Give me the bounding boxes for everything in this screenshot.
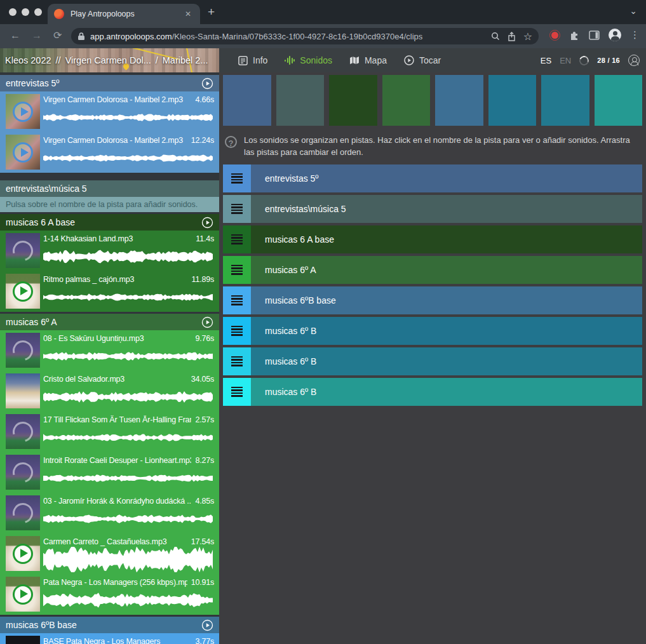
- clip-thumbnail[interactable]: [6, 333, 40, 368]
- clip-filename[interactable]: Carmen Carreto _ Castañuelas.mp3: [43, 537, 187, 546]
- track-drag-handle[interactable]: [223, 286, 251, 314]
- audio-clip[interactable]: Carmen Carreto _ Castañuelas.mp3 17.54s: [0, 533, 219, 574]
- clip-filename[interactable]: Cristo del Salvador.mp3: [43, 375, 187, 384]
- track-name-bar[interactable]: entrevistas\música 5: [251, 195, 642, 223]
- tab-info[interactable]: Info: [238, 55, 267, 65]
- profile-avatar[interactable]: [609, 29, 621, 41]
- clip-thumbnail[interactable]: [6, 135, 40, 170]
- track-row[interactable]: musicas 6º B: [223, 317, 642, 345]
- clip-thumbnail[interactable]: [6, 455, 40, 490]
- audio-clip[interactable]: Ritmo palmas _ cajón.mp3 11.89s: [0, 271, 219, 312]
- audio-clip[interactable]: Virgen Carmen Dolorosa - Maribel 2.mp3 4…: [0, 91, 219, 132]
- audio-clip[interactable]: 1-14 Khakasian Land.mp3 11.4s: [0, 231, 219, 271]
- track-color-swatch[interactable]: [329, 75, 377, 126]
- back-icon[interactable]: ←: [10, 29, 20, 42]
- clip-play-overlay-icon[interactable]: [9, 237, 37, 265]
- clip-thumbnail[interactable]: [6, 274, 40, 309]
- track-section-header[interactable]: musicas 6ºB base: [0, 617, 219, 633]
- clip-play-overlay-icon[interactable]: [13, 281, 33, 302]
- clip-thumbnail[interactable]: [6, 233, 40, 268]
- clip-filename[interactable]: Virgen Carmen Dolorosa - Maribel 2.mp3: [43, 136, 187, 145]
- extensions-puzzle-icon[interactable]: [569, 30, 580, 41]
- window-controls[interactable]: [9, 8, 42, 16]
- track-color-swatch[interactable]: [276, 75, 325, 126]
- track-row[interactable]: musicas 6ºB base: [223, 286, 642, 314]
- clip-filename[interactable]: 1-14 Khakasian Land.mp3: [43, 234, 192, 243]
- clip-waveform[interactable]: [43, 506, 214, 532]
- track-row[interactable]: musicas 6º A: [223, 256, 642, 284]
- track-name-bar[interactable]: musicas 6º B: [251, 378, 642, 406]
- audio-clip[interactable]: Cristo del Salvador.mp3 34.05s: [0, 371, 219, 412]
- address-bar[interactable]: app.antropoloops.com/Kleos-Santa-Marina/…: [71, 28, 539, 44]
- track-color-swatch[interactable]: [595, 75, 643, 126]
- track-row[interactable]: musicas 6 A base: [223, 225, 642, 253]
- track-drag-handle[interactable]: [223, 317, 251, 345]
- track-row[interactable]: musicas 6º B: [223, 347, 642, 375]
- clip-waveform[interactable]: [43, 466, 214, 491]
- forward-icon[interactable]: →: [32, 29, 42, 42]
- record-extension-icon[interactable]: [549, 30, 560, 41]
- clip-play-overlay-icon[interactable]: [9, 418, 37, 446]
- track-name-bar[interactable]: musicas 6º B: [251, 317, 642, 345]
- account-icon[interactable]: [628, 55, 640, 66]
- section-play-button[interactable]: [201, 217, 213, 229]
- clip-play-overlay-icon[interactable]: [13, 584, 33, 605]
- track-name-bar[interactable]: musicas 6º B: [251, 347, 642, 375]
- track-color-swatch[interactable]: [488, 75, 537, 126]
- new-tab-button[interactable]: +: [208, 4, 215, 20]
- clip-play-overlay-icon[interactable]: [9, 499, 37, 527]
- track-color-swatch[interactable]: [435, 75, 483, 126]
- audio-clip[interactable]: Introit Rorate Caeli Desuper - Lionheart…: [0, 452, 219, 493]
- browser-menu-icon[interactable]: ⋮: [630, 29, 640, 41]
- clip-waveform[interactable]: [43, 425, 214, 450]
- tab-sonidos[interactable]: Sonidos: [285, 55, 332, 65]
- breadcrumb-clip[interactable]: Maribel 2...: [163, 55, 208, 65]
- clip-waveform[interactable]: [43, 285, 214, 310]
- clip-thumbnail[interactable]: [6, 414, 40, 449]
- clip-thumbnail[interactable]: [6, 536, 40, 571]
- track-color-swatch[interactable]: [223, 75, 271, 126]
- lang-en[interactable]: EN: [560, 56, 571, 65]
- track-drag-handle[interactable]: [223, 195, 251, 223]
- browser-tab[interactable]: Play Antropoloops ✕: [48, 4, 200, 24]
- url-text[interactable]: app.antropoloops.com/Kleos-Santa-Marina/…: [90, 32, 483, 41]
- clip-filename[interactable]: Introit Rorate Caeli Desuper - Lionheart…: [43, 456, 191, 465]
- breadcrumb-audioset[interactable]: Virgen Carmen Dol...: [65, 55, 151, 65]
- clip-waveform[interactable]: [43, 384, 214, 410]
- clip-play-overlay-icon[interactable]: [13, 544, 33, 564]
- track-drag-handle[interactable]: [223, 164, 251, 192]
- clip-play-overlay-icon[interactable]: [13, 102, 33, 122]
- clip-waveform[interactable]: [43, 344, 214, 369]
- location-map-preview[interactable]: Kleos 2022 // Virgen Carmen Dol... / Mar…: [0, 48, 219, 72]
- clip-thumbnail[interactable]: [6, 373, 40, 408]
- side-panel-icon[interactable]: [589, 30, 600, 40]
- clip-filename[interactable]: 17 Till Flickan Som Är Tusen År-Halling …: [43, 415, 191, 424]
- tab-mapa[interactable]: Mapa: [349, 55, 387, 65]
- audio-clip[interactable]: Virgen Carmen Dolorosa - Maribel 2.mp3 1…: [0, 132, 219, 173]
- clip-filename[interactable]: Pata Negra - Los Managers (256 kbps).mp3: [43, 578, 187, 587]
- audio-clip[interactable]: 03 - Jaromír Horák & Konrádyho dudácká .…: [0, 493, 219, 533]
- clip-thumbnail[interactable]: [6, 94, 40, 129]
- tab-tocar[interactable]: Tocar: [404, 55, 441, 65]
- track-drag-handle[interactable]: [223, 225, 251, 253]
- track-name-bar[interactable]: entrevistas 5º: [251, 164, 642, 192]
- clip-filename[interactable]: Ritmo palmas _ cajón.mp3: [43, 275, 188, 284]
- tab-search-chevron-icon[interactable]: ⌄: [629, 6, 637, 16]
- clip-play-overlay-icon[interactable]: [9, 459, 37, 486]
- track-section-header[interactable]: musicas 6 A base: [0, 214, 219, 231]
- clip-waveform[interactable]: [43, 105, 214, 130]
- clip-waveform[interactable]: [43, 547, 214, 572]
- clip-waveform[interactable]: [43, 145, 214, 171]
- reload-icon[interactable]: ⟳: [53, 29, 62, 42]
- lang-es[interactable]: ES: [541, 56, 551, 65]
- clip-thumbnail[interactable]: [6, 636, 40, 644]
- track-color-swatch[interactable]: [382, 75, 431, 126]
- clip-waveform[interactable]: [43, 244, 214, 269]
- section-play-button[interactable]: [201, 619, 213, 631]
- track-name-bar[interactable]: musicas 6 A base: [251, 225, 642, 253]
- audio-clip[interactable]: Pata Negra - Los Managers (256 kbps).mp3…: [0, 574, 219, 615]
- track-name-bar[interactable]: musicas 6ºB base: [251, 286, 642, 314]
- clip-thumbnail[interactable]: [6, 577, 40, 612]
- track-section-header[interactable]: musicas 6º A: [0, 314, 219, 330]
- track-section-header[interactable]: entrevistas\música 5: [0, 180, 219, 197]
